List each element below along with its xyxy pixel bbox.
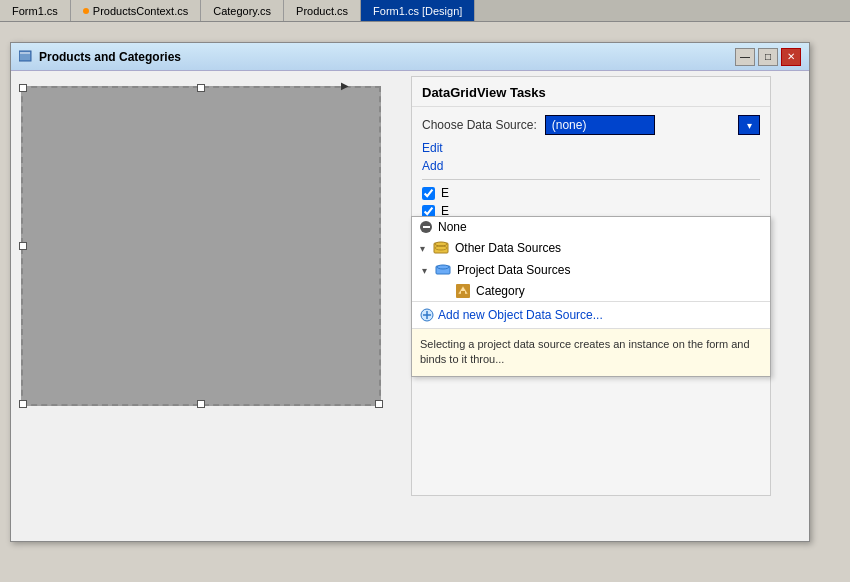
- handle-bottom-left[interactable]: [19, 400, 27, 408]
- popup-info: Selecting a project data source creates …: [412, 328, 770, 376]
- popup-none-label: None: [438, 220, 467, 234]
- tab-form1design-label: Form1.cs [Design]: [373, 5, 462, 17]
- window-icon: [19, 50, 33, 64]
- choose-datasource-label: Choose Data Source:: [422, 118, 537, 132]
- datagrid-panel: ▶: [11, 71, 411, 541]
- checkbox-row-0: E: [422, 186, 760, 200]
- expand-arrow-other: ▾: [420, 243, 425, 254]
- separator1: [422, 179, 760, 180]
- tasks-title: DataGridView Tasks: [422, 85, 546, 100]
- tab-productscontext-label: ProductsContext.cs: [93, 5, 188, 17]
- datasource-icon-project: [435, 262, 451, 278]
- window-titlebar: Products and Categories — □ ✕: [11, 43, 809, 71]
- category-icon: [456, 284, 470, 298]
- datagrid-view[interactable]: ▶: [21, 86, 381, 406]
- window: Products and Categories — □ ✕ ▶: [10, 42, 810, 542]
- popup-info-text: Selecting a project data source creates …: [420, 338, 750, 365]
- handle-bottom-center[interactable]: [197, 400, 205, 408]
- tab-categorycs-label: Category.cs: [213, 5, 271, 17]
- minimize-button[interactable]: —: [735, 48, 755, 66]
- handle-top-center[interactable]: [197, 84, 205, 92]
- tab-productscontext[interactable]: ProductsContext.cs: [71, 0, 201, 21]
- datasource-current-value: (none): [552, 118, 587, 132]
- svg-rect-12: [461, 291, 465, 295]
- svg-point-9: [437, 265, 449, 269]
- svg-rect-1: [20, 52, 30, 54]
- window-content: ▶ DataGridView Tasks Choose Data Source:: [11, 71, 809, 541]
- expand-arrow-project: ▾: [422, 265, 427, 276]
- scroll-arrow[interactable]: ▶: [341, 80, 349, 91]
- popup-item-none[interactable]: None: [412, 217, 770, 237]
- add-column-link[interactable]: Add: [422, 159, 760, 173]
- tab-productcs-label: Product.cs: [296, 5, 348, 17]
- checkbox-label-0: E: [441, 186, 449, 200]
- window-controls: — □ ✕: [735, 48, 801, 66]
- checkbox-0[interactable]: [422, 187, 435, 200]
- popup-item-project-datasources[interactable]: ▾ Project Data Sources: [412, 259, 770, 281]
- handle-bottom-right[interactable]: [375, 400, 383, 408]
- data-source-row: Choose Data Source: (none) ▾: [422, 115, 760, 135]
- tab-form1cs[interactable]: Form1.cs: [0, 0, 71, 21]
- handle-middle-left[interactable]: [19, 242, 27, 250]
- popup-add-new[interactable]: Add new Object Data Source...: [412, 301, 770, 328]
- popup-item-category[interactable]: Category: [412, 281, 770, 301]
- edit-columns-link[interactable]: Edit: [422, 141, 760, 155]
- datasource-dropdown[interactable]: (none): [545, 115, 655, 135]
- tab-categorycs[interactable]: Category.cs: [201, 0, 284, 21]
- datasource-dropdown-container: (none) ▾: [545, 115, 760, 135]
- tab-bar: Form1.cs ProductsContext.cs Category.cs …: [0, 0, 850, 22]
- svg-point-6: [435, 242, 447, 246]
- main-area: Products and Categories — □ ✕ ▶: [0, 22, 850, 582]
- datasource-icon-other: [433, 240, 449, 256]
- window-title: Products and Categories: [19, 50, 181, 64]
- tab-form1design[interactable]: Form1.cs [Design]: [361, 0, 475, 21]
- datasource-dropdown-arrow[interactable]: ▾: [738, 115, 760, 135]
- dropdown-popup: None ▾ Other Data Sources ▾: [411, 216, 771, 377]
- tab-productcs[interactable]: Product.cs: [284, 0, 361, 21]
- tab-form1cs-label: Form1.cs: [12, 5, 58, 17]
- tab-productscontext-dot: [83, 8, 89, 14]
- tasks-header: DataGridView Tasks: [412, 77, 770, 107]
- popup-add-new-label: Add new Object Data Source...: [438, 308, 603, 322]
- handle-top-left[interactable]: [19, 84, 27, 92]
- popup-category-label: Category: [476, 284, 525, 298]
- popup-project-datasources-label: Project Data Sources: [457, 263, 570, 277]
- none-icon: [420, 221, 432, 233]
- add-datasource-icon: [420, 308, 434, 322]
- maximize-button[interactable]: □: [758, 48, 778, 66]
- popup-item-other-datasources[interactable]: ▾ Other Data Sources: [412, 237, 770, 259]
- close-button[interactable]: ✕: [781, 48, 801, 66]
- popup-other-datasources-label: Other Data Sources: [455, 241, 561, 255]
- window-title-text: Products and Categories: [39, 50, 181, 64]
